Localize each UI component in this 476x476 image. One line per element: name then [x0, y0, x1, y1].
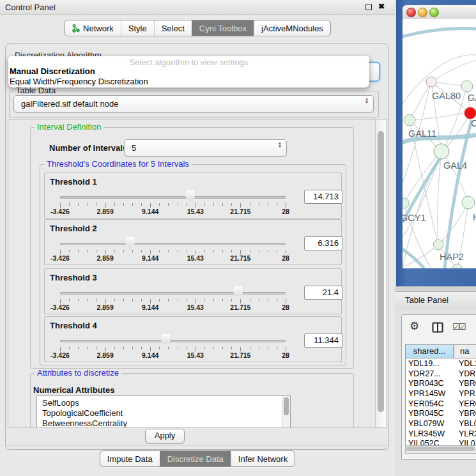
tab-style[interactable]: Style [121, 20, 154, 36]
table-row[interactable]: YBR045CYBR0 [406, 408, 476, 418]
tick-label: 21.715 [230, 303, 250, 311]
tick-label: 21.715 [230, 208, 250, 215]
node-label: GA [468, 93, 476, 103]
network-node-h[interactable] [462, 196, 475, 209]
tick-label: -3.426 [50, 254, 70, 262]
network-node-c[interactable] [464, 107, 476, 119]
cell-name: YDL1 [456, 359, 476, 368]
tab-cyni-toolbox[interactable]: Cyni Toolbox [192, 20, 254, 36]
network-node-gcy1[interactable] [403, 198, 409, 208]
minimize-traffic-light-icon[interactable] [418, 8, 427, 17]
table-row[interactable]: YER054CYER0 [406, 399, 476, 409]
threshold-label: Threshold 3 [50, 273, 97, 282]
threshold-value-field[interactable]: 14.713 [304, 190, 342, 204]
cell-name: YLR3 [456, 429, 476, 438]
network-node-gal80[interactable] [426, 77, 436, 87]
tab-impute-data[interactable]: Impute Data [100, 451, 160, 466]
close-icon[interactable]: ✖ [378, 2, 385, 11]
panel-title: Control Panel [5, 3, 56, 12]
table-panel-titlebar: Table Panel [395, 291, 476, 310]
zoom-traffic-light-icon[interactable] [429, 8, 439, 17]
tab-label: Style [128, 24, 147, 33]
numerical-attributes-list[interactable]: SelfLoopsTopologicalCoefficientBetweenne… [36, 395, 291, 428]
algorithm-option-equal-width[interactable]: Equal Width/Frequency Discretization [10, 77, 148, 86]
tab-select[interactable]: Select [154, 20, 192, 36]
table-row[interactable]: YDL19...YDL1 [406, 358, 476, 369]
slider-track[interactable] [60, 340, 286, 342]
column-header-shared-name[interactable]: shared... [406, 345, 454, 358]
table-hscrollbar[interactable] [405, 445, 476, 454]
threshold-value-field[interactable]: 21.4 [304, 286, 342, 300]
number-of-intervals-combobox[interactable]: 5 ▲▼ [124, 139, 287, 157]
tick-label: 2.859 [96, 208, 113, 215]
tab-jactivemnodules[interactable]: jActiveMNodules [254, 20, 330, 36]
node-label: GAL11 [408, 128, 436, 139]
tick-label: 28 [282, 351, 289, 359]
cell-shared-name: YDL19... [406, 359, 456, 368]
tick-label: 15.43 [187, 208, 204, 215]
table-row[interactable]: YPR145WYPR1 [406, 388, 476, 399]
threshold-box-3: Threshold 3-3.4262.8599.14415.4321.71528… [44, 268, 342, 314]
slider-track[interactable] [60, 243, 286, 245]
tick-label: -3.426 [50, 208, 70, 215]
slider-ticks [60, 250, 286, 255]
network-icon [72, 24, 80, 33]
attribute-list-item[interactable]: TopologicalCoefficient [37, 408, 290, 418]
close-traffic-light-icon[interactable] [406, 8, 416, 17]
node-label: H [473, 212, 476, 222]
network-window: GAL80GACGAL11GAL4GCY1HHAP2 [396, 0, 476, 286]
slider-thumb[interactable] [233, 286, 243, 298]
number-of-intervals-value: 5 [132, 140, 136, 156]
checkbox-pair-icon[interactable]: ☑☑ [452, 322, 464, 332]
network-canvas[interactable]: GAL80GACGAL11GAL4GCY1HHAP2 [403, 19, 476, 268]
tab-network[interactable]: Network [65, 20, 121, 36]
slider-ticks [60, 347, 286, 352]
algorithm-option-manual[interactable]: Manual Discretization [10, 66, 95, 76]
tick-label: 9.144 [142, 303, 158, 311]
table-data-combobox[interactable]: galFiltered.sif default node ▲▼ [13, 95, 374, 112]
slider-thumb[interactable] [161, 334, 171, 346]
node-label: C [471, 118, 476, 128]
tab-label: Cyni Toolbox [199, 24, 247, 33]
table-row[interactable]: YBR043CYBR0 [406, 378, 476, 388]
cell-shared-name: YLR345W [406, 429, 456, 438]
node-label: GAL4 [443, 160, 467, 171]
slider-thumb[interactable] [125, 237, 135, 249]
right-side-area: GAL80GACGAL11GAL4GCY1HHAP2 Table Panel ⚙… [395, 0, 476, 476]
threshold-value-field[interactable]: 6.316 [304, 236, 342, 250]
apply-button[interactable]: Apply [145, 429, 185, 443]
tick-label: 15.43 [187, 351, 204, 359]
split-columns-icon[interactable] [432, 322, 443, 335]
slider-track[interactable] [60, 292, 286, 295]
network-node-hap2[interactable] [433, 240, 443, 250]
separator [6, 445, 387, 446]
threshold-box-4: Threshold 4-3.4262.8599.14415.4321.71528… [44, 316, 342, 362]
network-node-gal11[interactable] [404, 114, 415, 126]
slider-track[interactable] [60, 196, 286, 199]
threshold-value-field[interactable]: 11.344 [304, 334, 342, 348]
table-row[interactable]: YLR345WYLR3 [406, 429, 476, 439]
float-window-icon[interactable] [365, 4, 372, 10]
tick-label: 28 [282, 254, 289, 262]
gear-icon[interactable]: ⚙ [410, 320, 419, 333]
network-graph[interactable]: GAL80GACGAL11GAL4GCY1HHAP2 [403, 19, 476, 268]
network-window-titlebar[interactable] [403, 5, 476, 20]
attribute-list-item[interactable]: BetweennessCentrality [37, 418, 290, 428]
column-header-name[interactable]: na [454, 345, 476, 358]
tab-infer-network[interactable]: Infer Network [231, 451, 295, 466]
slider-thumb[interactable] [185, 190, 195, 202]
tab-discretize-data[interactable]: Discretize Data [160, 451, 231, 466]
network-node-ga[interactable] [461, 81, 473, 92]
algorithm-dropdown-popup: Select algorithm to view settings Manual… [8, 56, 369, 88]
cell-shared-name: YBL079W [406, 419, 456, 428]
table-row[interactable]: YBL079WYBL0 [406, 418, 476, 429]
attribute-list-item[interactable]: SelfLoops [37, 398, 290, 408]
node-table[interactable]: shared... na YDL19...YDL1YDR27...YDR2YBR… [405, 344, 476, 447]
numerical-attributes-label: Numerical Attributes [33, 385, 114, 395]
table-row[interactable]: YDR27...YDR2 [406, 369, 476, 379]
tick-label: 2.859 [96, 303, 113, 311]
panel-scrollbar[interactable] [375, 119, 386, 427]
control-panel: Control Panel ✖ NetworkStyleSelectCyni T… [0, 0, 395, 476]
network-node-gal4[interactable] [434, 144, 449, 159]
list-scrollbar[interactable] [282, 396, 290, 428]
